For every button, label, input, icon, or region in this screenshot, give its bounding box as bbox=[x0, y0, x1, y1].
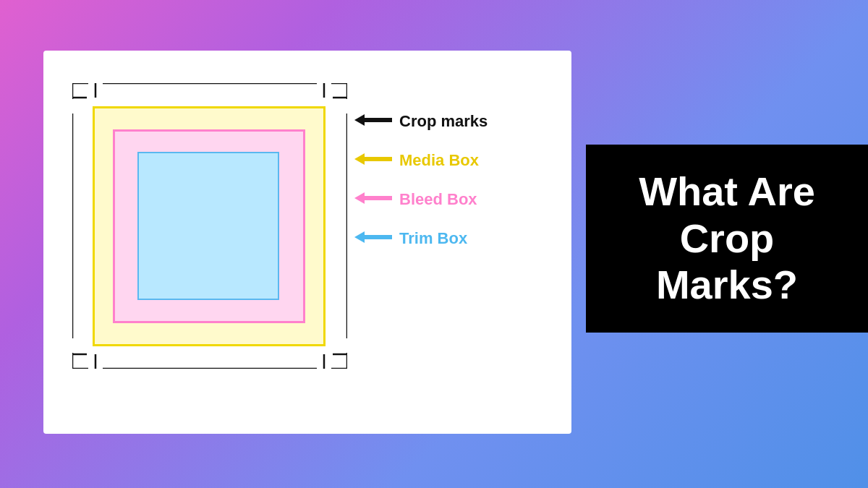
media-box-arrow bbox=[354, 151, 392, 170]
bleed-box-arrow bbox=[354, 190, 392, 209]
trim-box-arrow bbox=[354, 229, 392, 248]
crop-marks-arrow bbox=[354, 112, 392, 131]
bleed-box-label: Bleed Box bbox=[399, 190, 477, 209]
svg-marker-23 bbox=[354, 231, 392, 243]
crop-marks-label: Crop marks bbox=[399, 112, 488, 131]
panel-line2: Crop Marks? bbox=[656, 215, 798, 307]
trim-box-label-item: Trim Box bbox=[354, 229, 571, 248]
crop-marks-svg bbox=[72, 83, 347, 369]
crop-marks-label-item: Crop marks bbox=[354, 112, 571, 131]
svg-marker-21 bbox=[354, 153, 392, 165]
media-box-label: Media Box bbox=[399, 151, 479, 170]
panel-title: What Are Crop Marks? bbox=[608, 168, 846, 308]
svg-marker-20 bbox=[354, 114, 392, 126]
media-box-label-item: Media Box bbox=[354, 151, 571, 170]
svg-marker-22 bbox=[354, 192, 392, 204]
labels-container: Crop marks Media Box Bleed Box bbox=[354, 105, 571, 268]
trim-box-label: Trim Box bbox=[399, 229, 467, 248]
black-panel: What Are Crop Marks? bbox=[586, 145, 868, 333]
diagram: Crop marks Media Box Bleed Box bbox=[72, 83, 420, 387]
background: Crop marks Media Box Bleed Box bbox=[0, 0, 868, 488]
panel-line1: What Are bbox=[639, 168, 815, 214]
bleed-box-label-item: Bleed Box bbox=[354, 190, 571, 209]
